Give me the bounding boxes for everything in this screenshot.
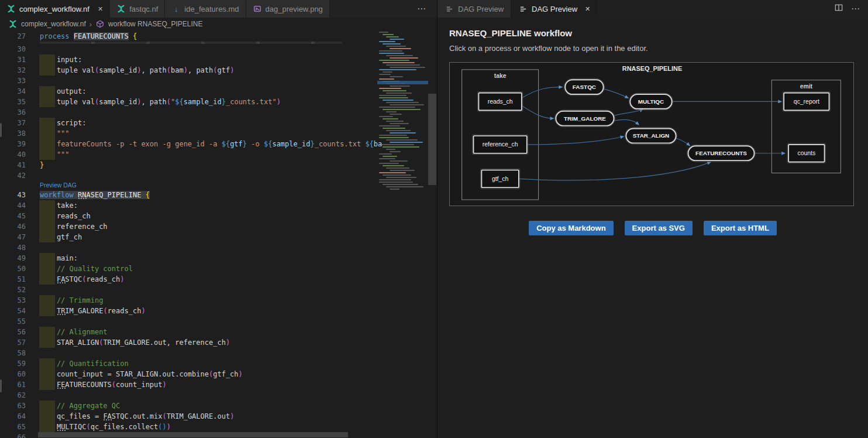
dag-node-reference_ch[interactable]: reference_ch	[473, 135, 528, 155]
code-line[interactable]: 42	[0, 170, 377, 181]
minimap-line	[379, 116, 393, 117]
codelens-preview-dag[interactable]: Preview DAG	[0, 181, 377, 190]
code-token: sample_id	[99, 66, 137, 74]
code-line[interactable]: 65 MULTIQC(qc_files.collect())	[0, 422, 377, 432]
code-line[interactable]: 53 // Trimming	[0, 295, 377, 306]
minimap-line	[379, 53, 404, 54]
minimap-line	[383, 165, 404, 166]
code-line[interactable]: 50 // Quality control	[0, 264, 377, 274]
dag-node-qc_report[interactable]: qc_report	[783, 92, 830, 112]
breadcrumb-symbol[interactable]: workflow RNASEQ_PIPELINE	[108, 20, 202, 28]
code-line[interactable]: 55	[0, 316, 377, 327]
code-line[interactable]: 36	[0, 107, 377, 118]
minimap-line	[379, 97, 408, 98]
code-line[interactable]: 48	[0, 242, 377, 253]
code-line[interactable]: 60 count_input = STAR_ALIGN.out.combine(…	[0, 369, 377, 379]
code-line[interactable]: 58	[0, 348, 377, 358]
minimap-line	[379, 163, 399, 164]
code-line[interactable]: 40 """	[0, 149, 377, 160]
code-line[interactable]: 62	[0, 390, 377, 401]
code-line[interactable]: 61 FEATURECOUNTS(count_input)	[0, 379, 377, 390]
horizontal-scrollbar[interactable]	[0, 432, 429, 438]
tab-dag-preview-png[interactable]: dag_preview.png	[246, 0, 330, 18]
tab-ide-features[interactable]: ↓ ide_features.md	[165, 0, 246, 18]
code-line[interactable]: 44 take:	[0, 200, 377, 211]
minimap-line	[383, 90, 407, 91]
code-line[interactable]: 39 featureCounts -p -t exon -g gene_id -…	[0, 139, 377, 149]
copy-as-markdown-button[interactable]: Copy as Markdown	[529, 221, 613, 235]
code-line[interactable]: 47 gtf_ch	[0, 232, 377, 242]
indent-highlight	[39, 221, 55, 232]
code-token: TRIM_GALORE.out	[167, 412, 230, 420]
code-line[interactable]: 27process FEATURECOUNTS {	[0, 31, 377, 42]
code-line[interactable]: 35 tuple val(sample_id), path("${sample_…	[0, 97, 377, 107]
code-line[interactable]: 57 STAR_ALIGN(TRIM_GALORE.out, reference…	[0, 337, 377, 348]
line-number: 56	[0, 327, 26, 337]
line-number: 54	[0, 306, 26, 316]
dag-node-counts[interactable]: counts	[787, 143, 825, 163]
split-editor-icon[interactable]	[835, 4, 843, 14]
dag-node-TRIM_GALORE[interactable]: TRIM_GALORE	[554, 110, 615, 127]
export-as-svg-button[interactable]: Export as SVG	[625, 221, 693, 235]
more-actions-icon[interactable]: ⋯	[851, 4, 860, 14]
code-line[interactable]: 64 qc_files = FASTQC.out.mix(TRIM_GALORE…	[0, 411, 377, 422]
minimap-line	[390, 114, 402, 115]
close-icon[interactable]: ✕	[98, 5, 103, 13]
indent-highlight	[39, 253, 55, 264]
code-line[interactable]: 33	[0, 76, 377, 86]
code-line[interactable]: 30	[0, 44, 377, 54]
code-lines: 27process FEATURECOUNTS {3031 input:32 t…	[0, 31, 377, 438]
code-token: gtf_ch	[213, 370, 238, 378]
vertical-scrollbar[interactable]	[428, 30, 436, 438]
dag-node-MULTIQC[interactable]: MULTIQC	[629, 93, 673, 110]
dag-node-reads_ch[interactable]: reads_ch	[477, 92, 522, 112]
indent-highlight	[39, 65, 55, 76]
minimap-line	[386, 36, 399, 37]
code-line[interactable]: 49 main:	[0, 253, 377, 264]
code-line[interactable]: 32 tuple val(sample_id), path(bam), path…	[0, 65, 377, 76]
minimap[interactable]	[377, 30, 428, 438]
close-icon[interactable]: ✕	[585, 5, 590, 13]
code-line[interactable]: 52	[0, 285, 377, 295]
page-subtitle: Click on a process or workflow node to o…	[449, 44, 856, 53]
indent-highlight	[39, 149, 55, 160]
code-line[interactable]: 43workflow RNASEQ_PIPELINE {	[0, 190, 377, 200]
dag-node-label: counts	[797, 150, 815, 156]
code-line[interactable]: 31 input:	[0, 54, 377, 65]
dag-node-FEATURECOUNTS[interactable]: FEATURECOUNTS	[687, 145, 756, 162]
code-line[interactable]: 63 // Aggregate QC	[0, 401, 377, 411]
dag-node-STAR_ALIGN[interactable]: STAR_ALIGN	[625, 128, 677, 145]
tab-dag-preview-inactive[interactable]: DAG Preview	[438, 0, 511, 18]
code-line[interactable]: 45 reads_ch	[0, 211, 377, 221]
dag-node-gtf_ch[interactable]: gtf_ch	[480, 169, 519, 189]
tab-dag-preview-active[interactable]: DAG Preview ✕	[511, 0, 598, 18]
code-line[interactable]: 51 FASTQC(reads_ch)	[0, 274, 377, 285]
minimap-line	[379, 172, 406, 173]
line-number: 63	[0, 401, 26, 411]
code-line[interactable]: 46 reference_ch	[0, 221, 377, 232]
more-actions-icon[interactable]: ⋯	[417, 0, 426, 18]
code-line[interactable]: 56 // Alignment	[0, 327, 377, 337]
code-line[interactable]: 38 """	[0, 128, 377, 139]
code-token	[129, 32, 133, 40]
code-editor[interactable]: 27process FEATURECOUNTS {3031 input:32 t…	[0, 30, 437, 438]
code-token: reads_ch	[108, 307, 142, 315]
code-line[interactable]: 41}	[0, 160, 377, 170]
code-token: _counts.txt"	[226, 98, 277, 106]
code-line[interactable]: 54 TRIM_GALORE(reads_ch)	[0, 306, 377, 316]
code-token: }	[243, 140, 247, 148]
export-as-html-button[interactable]: Export as HTML	[704, 221, 777, 235]
code-line[interactable]: 37 script:	[0, 118, 377, 128]
code-token: )	[167, 423, 171, 431]
tab-fastqc[interactable]: fastqc.nf	[110, 0, 165, 18]
minimap-line	[386, 177, 416, 178]
code-token: count_input = STAR_ALIGN.out.combine	[40, 370, 209, 378]
breadcrumb-file[interactable]: complex_workflow.nf	[21, 20, 86, 28]
dag-node-label: reference_ch	[483, 141, 518, 148]
minimap-line	[390, 57, 418, 59]
dag-node-FASTQC[interactable]: FASTQC	[564, 78, 604, 95]
minimap-line	[379, 32, 388, 33]
code-line[interactable]: 59 // Quantification	[0, 358, 377, 369]
tab-complex-workflow[interactable]: complex_workflow.nf ✕	[0, 0, 110, 18]
code-line[interactable]: 34 output:	[0, 86, 377, 97]
